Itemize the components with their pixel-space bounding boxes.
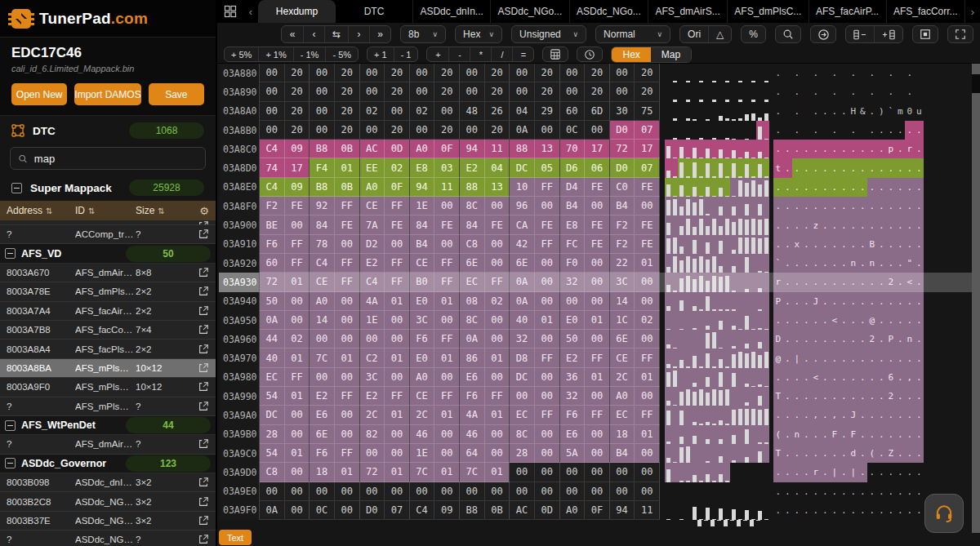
calculator-button[interactable] (542, 47, 568, 62)
hex-byte[interactable]: C4 (260, 178, 285, 197)
collapse-icon[interactable] (5, 248, 16, 259)
table-row[interactable]: ?AFS_dmAirT...? (0, 435, 216, 454)
hex-byte[interactable]: B0 (410, 273, 435, 291)
hex-byte[interactable]: C4 (310, 254, 335, 273)
hex-byte[interactable]: 20 (535, 64, 560, 82)
hex-byte[interactable]: 00 (510, 64, 535, 82)
hex-byte[interactable]: 13 (485, 178, 510, 197)
hex-byte[interactable]: 00 (310, 102, 335, 121)
hex-byte[interactable]: 00 (310, 368, 335, 387)
hex-byte[interactable]: EC (460, 273, 485, 291)
hex-byte[interactable]: 00 (585, 254, 610, 273)
hex-byte[interactable]: 0F (434, 140, 460, 158)
hex-byte[interactable]: FF (535, 406, 560, 424)
hex-byte[interactable]: FF (434, 254, 460, 273)
hex-byte[interactable]: 40 (260, 348, 285, 367)
hex-byte[interactable]: 00 (585, 444, 610, 463)
table-row[interactable]: ?ASDdc_NGov...? (0, 530, 216, 546)
hex-byte[interactable]: 46 (410, 425, 435, 444)
hex-byte[interactable]: 4A (360, 292, 385, 311)
hex-byte[interactable]: 00 (360, 444, 385, 463)
hex-byte[interactable]: 0A (260, 501, 285, 520)
hex-byte[interactable]: 00 (585, 463, 610, 482)
hex-byte[interactable]: 00 (285, 311, 310, 330)
hex-byte[interactable]: 00 (410, 121, 435, 140)
hex-byte[interactable]: 00 (310, 482, 335, 501)
hex-byte[interactable]: 00 (310, 64, 335, 82)
hex-byte[interactable]: 00 (610, 82, 635, 101)
hex-byte[interactable]: CE (360, 197, 385, 215)
hex-byte[interactable]: FF (385, 197, 410, 215)
table-row[interactable]: 8003A8BAAFS_mPlsCor...10×12 (0, 359, 216, 378)
hex-byte[interactable]: FE (485, 215, 510, 234)
table-row[interactable]: 8003A9F0AFS_mPlsCor...10×12 (0, 378, 216, 397)
hex-byte[interactable]: 00 (410, 64, 435, 82)
hex-byte[interactable]: 00 (535, 330, 560, 348)
scrollbar-track[interactable] (972, 64, 980, 533)
adjust-button-1[interactable]: + 1% (258, 47, 292, 61)
hex-byte[interactable]: 00 (485, 311, 510, 330)
hex-byte[interactable]: 00 (585, 425, 610, 444)
header-size[interactable]: Size⇅ (136, 205, 173, 216)
hex-byte[interactable]: 54 (260, 387, 285, 406)
hex-byte[interactable]: 01 (485, 348, 510, 367)
hex-byte[interactable]: 00 (510, 463, 535, 482)
hex-byte[interactable]: 00 (285, 463, 310, 482)
hex-byte[interactable]: 20 (635, 64, 660, 82)
hex-byte[interactable]: FE (585, 215, 610, 234)
hex-byte[interactable]: 00 (635, 292, 660, 311)
hex-byte[interactable]: 09 (434, 501, 460, 520)
hex-byte[interactable]: FF (335, 254, 360, 273)
ori-button-1[interactable]: △ (708, 26, 731, 42)
hex-byte[interactable]: 08 (460, 292, 485, 311)
hex-byte[interactable]: E2 (310, 387, 335, 406)
hex-byte[interactable]: 00 (585, 197, 610, 215)
hex-byte[interactable]: 00 (560, 463, 586, 482)
hex-byte[interactable]: 00 (434, 197, 460, 215)
hex-byte[interactable]: 0B (485, 501, 510, 520)
hex-byte[interactable]: 00 (360, 330, 385, 348)
hex-byte[interactable]: 17 (585, 140, 610, 158)
hex-byte[interactable]: 00 (410, 82, 435, 101)
hex-byte[interactable]: FE (635, 215, 660, 234)
hex-byte[interactable]: 00 (560, 482, 586, 501)
table-row[interactable]: ?ACComp_trq...? (0, 225, 216, 244)
hex-byte[interactable]: F6 (260, 235, 285, 254)
tab-dtc[interactable]: DTC (336, 0, 413, 23)
hex-byte[interactable]: B4 (410, 235, 435, 254)
adjust-button-3[interactable]: - 5% (325, 47, 358, 61)
hex-byte[interactable]: 00 (335, 235, 360, 254)
hex-byte[interactable]: FF (335, 444, 360, 463)
hex-byte[interactable]: 0F (585, 501, 610, 520)
hex-byte[interactable]: E6 (560, 425, 586, 444)
hex-byte[interactable]: FE (635, 178, 660, 197)
hex-byte[interactable]: 00 (335, 311, 360, 330)
hex-byte[interactable]: 46 (460, 425, 485, 444)
support-button[interactable] (924, 494, 964, 533)
operator-button-1[interactable]: - (448, 47, 470, 61)
hex-byte[interactable]: 00 (434, 235, 460, 254)
remove-column-button[interactable] (846, 26, 874, 42)
hex-byte[interactable]: 00 (434, 102, 460, 121)
hex-byte[interactable]: 1E (410, 444, 435, 463)
hex-byte[interactable]: 00 (635, 444, 660, 463)
hex-byte[interactable]: 02 (285, 330, 310, 348)
collapse-icon[interactable] (5, 420, 16, 431)
hex-byte[interactable]: 00 (535, 121, 560, 140)
hex-byte[interactable]: 00 (535, 387, 560, 406)
hex-byte[interactable]: FE (335, 215, 360, 234)
hex-byte[interactable]: FE (585, 235, 610, 254)
hex-byte[interactable]: 05 (535, 158, 560, 177)
hex-byte[interactable]: 01 (385, 348, 410, 367)
hex-byte[interactable]: 00 (510, 82, 535, 101)
hex-byte[interactable]: FE (635, 235, 660, 254)
hex-byte[interactable]: 00 (535, 482, 560, 501)
hex-byte[interactable]: 00 (385, 444, 410, 463)
hex-byte[interactable]: 07 (635, 158, 660, 177)
hex-byte[interactable]: FF (585, 406, 610, 424)
hex-byte[interactable]: FE (285, 197, 310, 215)
hex-byte[interactable]: F2 (610, 215, 635, 234)
hex-byte[interactable]: 7A (360, 215, 385, 234)
hex-byte[interactable]: 00 (460, 64, 485, 82)
mappack-row[interactable]: Super Mappack 25928 (0, 178, 216, 201)
